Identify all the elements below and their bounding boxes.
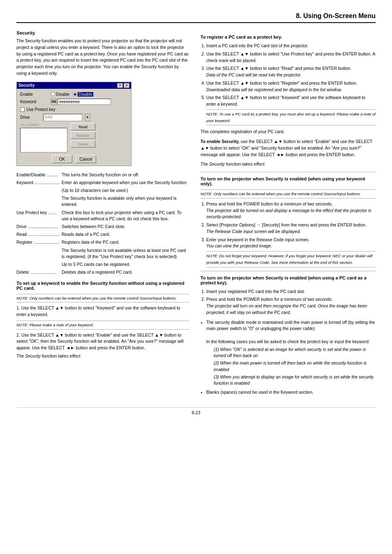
drive-list[interactable]: total (43, 114, 82, 121)
desc-register: Register ..................... Registers… (16, 239, 189, 245)
keyword-only-heading: To turn on the projector when Security i… (201, 176, 376, 186)
note-box-1: NOTE: Only numbers can be entered when y… (16, 294, 189, 303)
pc-card-list (20, 128, 67, 152)
left-column: Security The Security function enables y… (16, 30, 189, 399)
sub-item-2: (2) When the main power is turned off th… (214, 360, 376, 373)
desc-delete: Delete ...................... Deletes da… (16, 269, 189, 275)
desc-keyword-note1: (Up to 10 characters can be used.) (16, 187, 189, 194)
pc-protect-step-2: Press and hold the POWER button for a mi… (206, 296, 376, 316)
desc-keyword: Keyword ..................... Enter an a… (16, 180, 189, 186)
pc-protect-step-1: Insert your registered PC card into the … (206, 289, 376, 295)
radio-enable-circle (73, 92, 77, 96)
keyword-row: Keyword ⌨ eeeeeeeee (20, 99, 128, 105)
keyword-label: Keyword (20, 99, 51, 104)
desc-term-4: Read ........................... (16, 231, 62, 238)
register-steps-list: Insert a PC card into the PC card slot o… (201, 43, 376, 125)
pc-protect-step-2-italic: The projector will turn on and then reco… (206, 303, 367, 315)
note-text-2: NOTE: Please make a note of your keyword… (16, 323, 94, 327)
dialog-close-btn[interactable]: × (124, 83, 129, 88)
desc-term-k2 (16, 195, 62, 208)
register-pc-card-heading: To register a PC card as a protect key. (201, 35, 376, 39)
radio-enable-label: Disable (78, 92, 93, 97)
pc-card-protect-heading: To turn on the projector when Security i… (201, 275, 376, 285)
desc-term-1: Keyword ..................... (16, 180, 62, 186)
keyboard-icon[interactable]: ⌨ (51, 99, 57, 105)
keyword-step-1: Press and hold the POWER button for a mi… (206, 201, 376, 220)
intro-text: The Security function enables you to pro… (16, 38, 189, 77)
bullet-2: Blanks (spaces) cannot be used in the Ke… (206, 389, 376, 396)
section-title: Security (16, 30, 189, 35)
desc-enable-disable: Enable/Disable ......... This turns the … (16, 172, 189, 178)
step1-text: 1. Use the SELECT ▲▼ button to select "K… (16, 305, 189, 318)
enable-row: Enable Disable Disable (20, 92, 128, 97)
keyword-only-steps-list: Press and hold the POWER button for a mi… (201, 201, 376, 268)
page-title: 8. Using On-Screen Menu (296, 12, 376, 20)
drive-value: total (45, 115, 53, 119)
dialog-body: Enable Disable Disable (17, 89, 131, 166)
desc-def-5a: The Security function is not available u… (62, 247, 189, 260)
register-step-4: Use the SELECT ▲▼ button to select "Regi… (206, 80, 376, 93)
security-takes-effect: The Security function takes effect. (201, 161, 376, 168)
sub-item-1: (1) When "OK" is selected at an image fo… (214, 346, 376, 360)
cancel-btn[interactable]: Cancel (76, 155, 96, 163)
register-step-1: Insert a PC card into the PC card slot o… (206, 43, 376, 49)
sub-item-3: (3) When you attempt to display an image… (214, 374, 376, 387)
security-dialog: Security ? × Enable Disable (16, 82, 131, 166)
desc-term-3: Drive ......................... (16, 224, 62, 230)
protect-key-checkbox[interactable] (20, 107, 25, 112)
dialog-help-btn[interactable]: ? (117, 83, 123, 88)
divider-2 (201, 271, 376, 271)
radio-disable-label: Disable (56, 92, 69, 97)
register-step-4-italic: Downloaded data will be registered and b… (206, 87, 342, 92)
step2-text: 2. Use the SELECT ▲▼ button to select "E… (16, 332, 189, 351)
desc-keyword-note2: The Security function is available only … (16, 195, 189, 208)
bullet-1: The security disable mode is maintained … (206, 319, 376, 387)
right-column: To register a PC card as a protect key. … (201, 30, 376, 399)
note-box-2: NOTE: Please make a note of your keyword… (16, 321, 189, 330)
step1-content: 1. Use the SELECT ▲▼ button to select "K… (16, 305, 180, 317)
ok-btn[interactable]: OK (52, 155, 72, 163)
drive-scroll[interactable]: ▼ (85, 114, 90, 121)
pc-card-section: PC-CARD1 Read Register Delete (20, 123, 128, 152)
register-step-2: Use the SELECT ▲▼ button to select "Use … (206, 51, 376, 64)
desc-def-5b: Up to 5 PC cards can be registered. (62, 261, 189, 268)
register-step-5: Use the SELECT ▲▼ button to select "Keyw… (206, 95, 376, 125)
desc-term-2: Use Protect key ....... (16, 210, 62, 222)
desc-term-5b (16, 261, 62, 268)
desc-def-6: Deletes data of a registered PC card. (62, 269, 189, 275)
desc-drive: Drive ......................... Switches… (16, 224, 189, 230)
register-btn[interactable]: Register (71, 132, 95, 139)
desc-term-k1 (16, 187, 62, 194)
keyword-input[interactable]: eeeeeeeee (58, 99, 111, 105)
register-step-3-italic: Data of the PC card will be read into th… (206, 72, 302, 77)
desc-def-3: Switches between PC Card slots. (62, 224, 189, 230)
desc-term-0: Enable/Disable ......... (16, 172, 62, 178)
page-footer: 8-23 (16, 407, 376, 415)
protect-key-label: Use Protect key (26, 107, 55, 112)
dialog-side-buttons: Read Register Delete (71, 123, 95, 148)
protect-key-row: Use Protect key (20, 107, 128, 112)
dialog-bottom-buttons: OK Cancel (20, 155, 128, 163)
drive-label: Drive (20, 115, 41, 120)
note-keyword-only: NOTE: Only numbers can be entered when y… (201, 189, 376, 199)
step2-italic: The Security function takes effect. (16, 353, 189, 360)
note-text-1: NOTE: Only numbers can be entered when y… (16, 296, 177, 300)
keyword-step-3-note: NOTE: Do not forget your keyword. Howeve… (206, 251, 376, 268)
desc-def-k2: The Security function is available only … (62, 195, 189, 208)
desc-term-5: Register ..................... (16, 239, 62, 245)
desc-term-6: Delete ...................... (16, 269, 62, 275)
delete-btn[interactable]: Delete (71, 140, 95, 148)
setup-keyword-heading: To set up a keyword to enable the Securi… (16, 281, 189, 291)
radio-disable-circle (51, 92, 55, 96)
register-step-5-note: NOTE: To use a PC card as a protect key,… (206, 109, 376, 126)
desc-read: Read ........................... Reads d… (16, 231, 189, 238)
desc-register-note: The Security function is not available u… (16, 247, 189, 260)
enable-radio-disable[interactable]: Disable (51, 92, 69, 97)
step2-content: 2. Use the SELECT ▲▼ button to select "E… (16, 332, 184, 351)
read-btn[interactable]: Read (71, 123, 95, 130)
keyword-step-3-italic: You can view the projected image. (206, 243, 272, 248)
keyword-step-2: Select [Projector Options] → [Security] … (206, 222, 376, 235)
enable-radio-enable[interactable]: Disable (73, 92, 93, 97)
desc-use-protect: Use Protect key ....... Check this box t… (16, 210, 189, 222)
desc-def-k1: (Up to 10 characters can be used.) (62, 187, 189, 194)
